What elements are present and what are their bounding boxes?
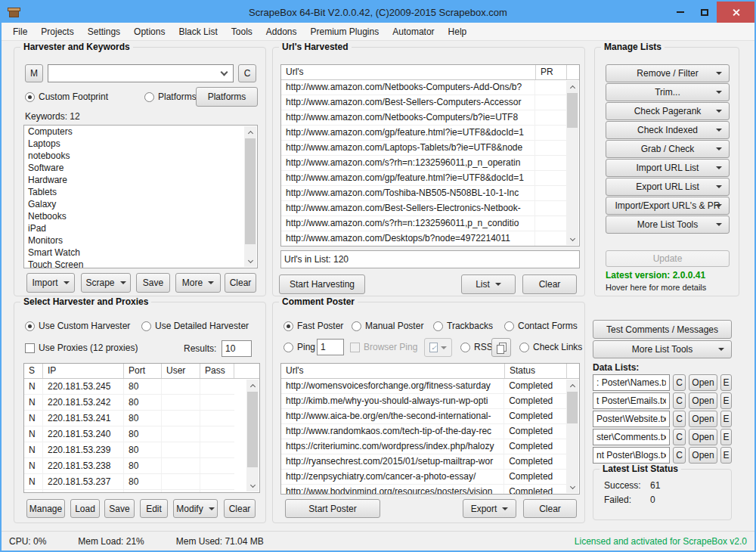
menu-item[interactable]: Settings — [81, 24, 127, 39]
scroll-up-icon[interactable] — [566, 380, 578, 391]
footprint-input[interactable] — [48, 68, 222, 79]
browser-ping-options-button[interactable] — [424, 338, 452, 357]
open-button[interactable]: Open — [689, 447, 717, 464]
more-list-tools-button[interactable]: More List Tools — [593, 340, 732, 358]
copy-urls-button[interactable] — [491, 338, 511, 357]
menu-item[interactable]: Options — [127, 24, 172, 39]
keyword-item[interactable]: Tablets — [24, 186, 244, 198]
radio-icon[interactable] — [433, 321, 443, 331]
scroll-thumb[interactable] — [567, 93, 578, 128]
url-row[interactable]: http://www.amazon.com/gp/feature.html?ie… — [281, 171, 566, 186]
keyword-item[interactable]: notebooks — [24, 150, 244, 162]
save-keywords-button[interactable]: Save — [136, 273, 170, 293]
scroll-thumb[interactable] — [245, 138, 256, 244]
start-poster-button[interactable]: Start Poster — [285, 499, 380, 518]
checkbox-icon[interactable] — [25, 343, 35, 353]
poster-row[interactable]: http://www.randomkaos.com/tech-tip-of-th… — [281, 424, 566, 439]
radio-icon[interactable] — [284, 321, 293, 331]
proxy-row[interactable]: N 220.181.53.237 80 — [24, 474, 246, 490]
custom-harvester-radio[interactable]: Use Custom Harvester — [25, 321, 130, 331]
clear-urls-button[interactable]: Clear — [522, 274, 577, 294]
proxy-row[interactable]: N 220.181.53.240 80 — [24, 426, 246, 442]
maximize-button[interactable] — [692, 2, 717, 23]
proxy-row[interactable]: N 220.181.53.242 80 — [24, 395, 246, 411]
radio-icon[interactable] — [284, 343, 293, 352]
menu-item[interactable]: Tools — [225, 24, 259, 39]
keyword-item[interactable]: Galaxy — [24, 198, 244, 210]
radio-icon[interactable] — [519, 343, 529, 352]
proxy-row[interactable]: N 220.181.53.245 80 — [24, 379, 246, 395]
rss-radio[interactable]: RSS — [460, 342, 493, 352]
data-list-path-input[interactable] — [593, 411, 670, 427]
poster-row[interactable]: http://www.aica-be.org/en/the-second-int… — [281, 409, 566, 424]
data-list-path-input[interactable] — [593, 392, 670, 409]
keyword-item[interactable]: Smart Watch — [24, 247, 244, 259]
check-links-radio[interactable]: Check Links — [519, 342, 582, 352]
import-keywords-button[interactable]: Import — [26, 273, 75, 293]
keyword-item[interactable]: Laptops — [24, 138, 244, 150]
custom-footprint-radio[interactable]: Custom Footprint — [25, 91, 108, 102]
url-row[interactable]: http://www.amazon.com/gp/feature.html?ie… — [281, 126, 566, 141]
clear-proxies-button[interactable]: Clear — [224, 499, 256, 518]
open-button[interactable]: Open — [689, 374, 717, 391]
e-button[interactable]: E — [720, 447, 732, 464]
c-button[interactable]: C — [673, 392, 686, 409]
scroll-down-icon[interactable] — [244, 256, 256, 267]
radio-icon[interactable] — [25, 92, 35, 102]
data-list-path-input[interactable] — [593, 447, 670, 464]
modify-proxies-button[interactable]: Modify — [173, 499, 218, 518]
c-button[interactable]: C — [673, 411, 686, 427]
keyword-item[interactable]: Netbooks — [24, 210, 244, 222]
radio-icon[interactable] — [460, 343, 470, 352]
more-keywords-button[interactable]: More — [175, 273, 221, 293]
manage-lists-button[interactable]: Export URL List — [606, 178, 730, 196]
radio-icon[interactable] — [352, 321, 361, 331]
radio-icon[interactable] — [25, 321, 35, 331]
close-button[interactable] — [717, 2, 754, 23]
load-proxies-button[interactable]: Load — [70, 499, 100, 518]
manage-lists-button[interactable]: Grab / Check — [606, 140, 730, 158]
trackbacks-radio[interactable]: Trackbacks — [433, 321, 493, 331]
manual-poster-radio[interactable]: Manual Poster — [352, 321, 423, 331]
scroll-up-icon[interactable] — [244, 126, 256, 138]
scroll-up-icon[interactable] — [246, 380, 259, 391]
clear-poster-button[interactable]: Clear — [523, 499, 577, 518]
e-button[interactable]: E — [720, 411, 732, 427]
user-column-header[interactable]: User — [162, 364, 200, 378]
results-input[interactable] — [222, 340, 252, 357]
poster-row[interactable]: http://womensvoicesforchange.org/fitness… — [281, 379, 566, 394]
urls-scrollbar[interactable] — [566, 81, 578, 245]
scroll-down-icon[interactable] — [566, 234, 578, 245]
keyword-item[interactable]: iPad — [24, 222, 244, 234]
proxy-row[interactable]: N 220.181.53.236 80 — [24, 490, 246, 493]
contact-forms-radio[interactable]: Contact Forms — [504, 321, 578, 331]
port-column-header[interactable]: Port — [124, 364, 162, 378]
url-row[interactable]: http://www.amazon.com/Toshiba-NB505-N508… — [281, 186, 566, 201]
url-row[interactable]: http://www.amazon.com/Best-Sellers-Compu… — [281, 95, 566, 110]
url-row[interactable]: http://www.amazon.com/Laptops-Tablets/b?… — [281, 141, 566, 156]
pr-column-header[interactable]: PR — [536, 65, 567, 79]
start-harvesting-button[interactable]: Start Harvesting — [279, 274, 365, 294]
url-row[interactable]: http://www.amazon.com/Netbooks-Computers… — [281, 80, 566, 95]
platforms-radio[interactable]: Platforms — [144, 91, 197, 102]
url-row[interactable]: http://www.amazon.com/s?rh=n:1232596011,… — [281, 216, 566, 231]
open-button[interactable]: Open — [689, 411, 717, 427]
radio-icon[interactable] — [144, 92, 154, 102]
manage-lists-button[interactable]: Import/Export URL's & PR — [606, 197, 730, 215]
url-row[interactable]: http://www.amazon.com/Netbooks-Computers… — [281, 110, 566, 126]
manage-lists-button[interactable]: Trim... — [606, 83, 730, 101]
e-button[interactable]: E — [720, 429, 732, 445]
scroll-down-icon[interactable] — [246, 480, 259, 492]
url-row[interactable]: http://www.amazon.com/Best-Sellers-Elect… — [281, 201, 566, 216]
menu-item[interactable]: Black List — [172, 24, 224, 39]
radio-icon[interactable] — [504, 321, 514, 331]
chevron-down-icon[interactable] — [221, 69, 228, 76]
proxy-row[interactable]: N 220.181.53.238 80 — [24, 458, 246, 474]
keyword-item[interactable]: Monitors — [24, 234, 244, 247]
scroll-thumb[interactable] — [567, 392, 578, 423]
status-column-header[interactable]: Status — [505, 364, 567, 378]
keywords-listbox[interactable]: ComputersLaptopsnotebooksSoftwareHardwar… — [23, 125, 258, 268]
e-button[interactable]: E — [720, 374, 732, 391]
poster-row[interactable]: https://criteriuminc.com/wordpress/index… — [281, 439, 566, 454]
keyword-item[interactable]: Computers — [24, 126, 244, 138]
